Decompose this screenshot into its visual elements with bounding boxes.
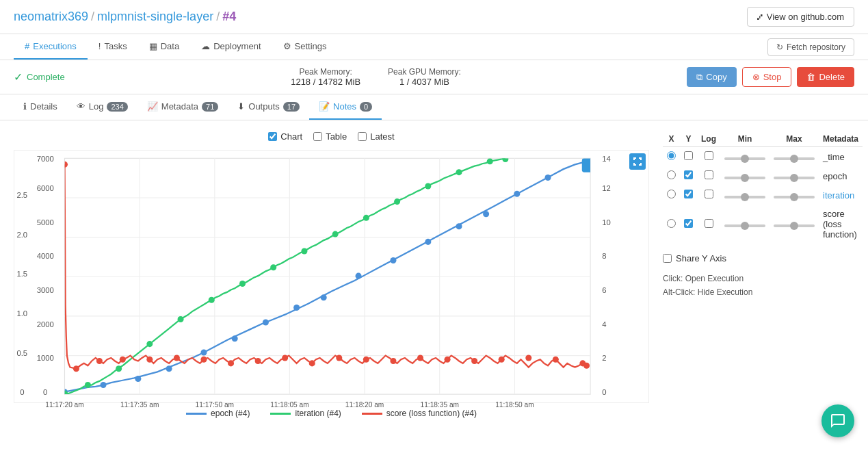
chart-svg: 0 0.5 1.0 1.5 2.0 2.5 0 1000 2000 3000 4… (14, 151, 648, 429)
metadata-badge: 71 (202, 102, 218, 112)
view-github-button[interactable]: ⑇ View on github.com (747, 7, 854, 27)
svg-text:14: 14 (602, 155, 611, 163)
sub-tab-log[interactable]: 👁 Log 234 (67, 94, 137, 120)
stop-button[interactable]: ⊗ Stop (742, 67, 792, 87)
svg-point-61 (85, 382, 91, 388)
svg-point-50 (293, 305, 300, 311)
svg-text:2.5: 2.5 (16, 191, 27, 199)
time-y-check[interactable] (684, 151, 693, 160)
svg-point-94 (525, 355, 531, 361)
epoch-y-check[interactable] (684, 170, 693, 179)
svg-point-69 (332, 231, 339, 237)
svg-text:8: 8 (602, 252, 606, 260)
iteration-min-slider[interactable] (724, 196, 765, 198)
svg-text:0: 0 (602, 388, 606, 396)
github-icon: ⑇ (757, 12, 763, 22)
score-y-check[interactable] (684, 219, 693, 228)
svg-text:12: 12 (602, 184, 611, 192)
epoch-min-slider[interactable] (724, 177, 765, 179)
score-log-check[interactable] (705, 219, 713, 228)
deployment-icon: ☁ (201, 41, 210, 51)
svg-point-72 (425, 183, 431, 189)
svg-text:4000: 4000 (37, 252, 54, 260)
iteration-x-radio[interactable] (667, 190, 676, 198)
svg-point-88 (363, 357, 369, 363)
score-min-slider[interactable] (724, 224, 765, 227)
svg-point-89 (390, 358, 396, 364)
svg-point-52 (356, 273, 362, 279)
score-label: score (loss function) (819, 205, 863, 244)
table-checkbox[interactable] (313, 132, 322, 141)
chart-wrap: 0 0.5 1.0 1.5 2.0 2.5 0 1000 2000 3000 4… (14, 150, 649, 403)
sub-tab-metadata[interactable]: 📈 Metadata 71 (137, 94, 228, 120)
svg-point-56 (483, 211, 489, 217)
svg-point-71 (394, 198, 400, 205)
latest-checkbox-label[interactable]: Latest (358, 131, 394, 142)
score-x-radio[interactable] (667, 219, 676, 228)
metadata-row-score: score (loss function) (663, 205, 863, 244)
trash-icon: 🗑 (806, 72, 815, 82)
time-log-check[interactable] (705, 151, 713, 160)
svg-point-91 (445, 357, 451, 363)
metadata-row-epoch: epoch (663, 166, 863, 185)
svg-point-48 (232, 335, 238, 342)
svg-text:1.0: 1.0 (16, 309, 27, 318)
svg-text:0.5: 0.5 (16, 349, 27, 357)
svg-point-90 (417, 355, 423, 361)
fetch-repository-button[interactable]: ↻ Fetch repository (767, 38, 854, 56)
sub-tab-outputs[interactable]: ⬇ Outputs 17 (228, 94, 309, 120)
outputs-badge: 17 (283, 102, 300, 112)
svg-point-74 (487, 158, 493, 164)
table-checkbox-label[interactable]: Table (313, 131, 347, 142)
svg-text:4: 4 (602, 320, 606, 328)
sub-tab-details[interactable]: ℹ Details (14, 94, 67, 120)
notes-badge: 0 (360, 102, 372, 112)
status-complete: ✓ Complete (14, 70, 65, 83)
chart-checkbox[interactable] (268, 132, 277, 141)
svg-text:0: 0 (20, 388, 24, 396)
score-max-slider[interactable] (774, 224, 815, 227)
tasks-icon: ! (98, 41, 101, 51)
time-x-radio[interactable] (667, 151, 676, 160)
svg-text:1000: 1000 (37, 354, 54, 362)
nav-tab-executions[interactable]: # Executions (14, 34, 88, 60)
epoch-log-check[interactable] (705, 170, 713, 179)
epoch-x-radio[interactable] (667, 170, 676, 179)
latest-checkbox[interactable] (358, 132, 367, 141)
chart-checkbox-label[interactable]: Chart (268, 131, 302, 142)
iteration-log-check[interactable] (705, 190, 713, 198)
check-icon: ✓ (14, 70, 23, 83)
chart-sidebar: X Y Log Min Max Metadata _time (663, 131, 854, 418)
nav-tab-settings[interactable]: ⚙ Settings (272, 34, 338, 60)
sub-tab-notes[interactable]: 📝 Notes 0 (309, 94, 382, 120)
svg-text:10: 10 (602, 218, 611, 227)
svg-point-93 (499, 357, 505, 363)
executions-icon: # (25, 41, 29, 51)
nav-tab-data[interactable]: ▦ Data (138, 34, 190, 60)
epoch-max-slider[interactable] (774, 177, 815, 179)
svg-point-45 (135, 376, 141, 382)
share-y-checkbox[interactable] (663, 254, 672, 263)
iteration-max-slider[interactable] (774, 196, 815, 198)
svg-text:6000: 6000 (37, 184, 54, 192)
metadata-row-iteration: iteration (663, 185, 863, 205)
svg-text:11:17:35 am: 11:17:35 am (120, 401, 159, 409)
svg-point-97 (583, 363, 590, 369)
svg-point-65 (209, 297, 215, 303)
iteration-y-check[interactable] (684, 190, 693, 198)
time-min-slider[interactable] (724, 157, 765, 160)
chart-controls: Chart Table Latest (14, 131, 649, 142)
expand-button[interactable] (629, 153, 646, 170)
svg-point-95 (553, 357, 559, 363)
copy-button[interactable]: ⧉ Copy (687, 67, 736, 87)
time-max-slider[interactable] (774, 157, 815, 160)
svg-text:2.0: 2.0 (16, 231, 27, 239)
nav-tab-tasks[interactable]: ! Tasks (88, 34, 138, 60)
click-info: Click: Open Execution Alt-Click: Hide Ex… (663, 272, 854, 300)
svg-point-46 (166, 365, 172, 372)
col-metadata: Metadata (819, 131, 863, 147)
nav-tab-deployment[interactable]: ☁ Deployment (190, 34, 272, 60)
svg-point-87 (336, 355, 342, 361)
svg-point-82 (200, 357, 207, 363)
delete-button[interactable]: 🗑 Delete (797, 67, 854, 87)
